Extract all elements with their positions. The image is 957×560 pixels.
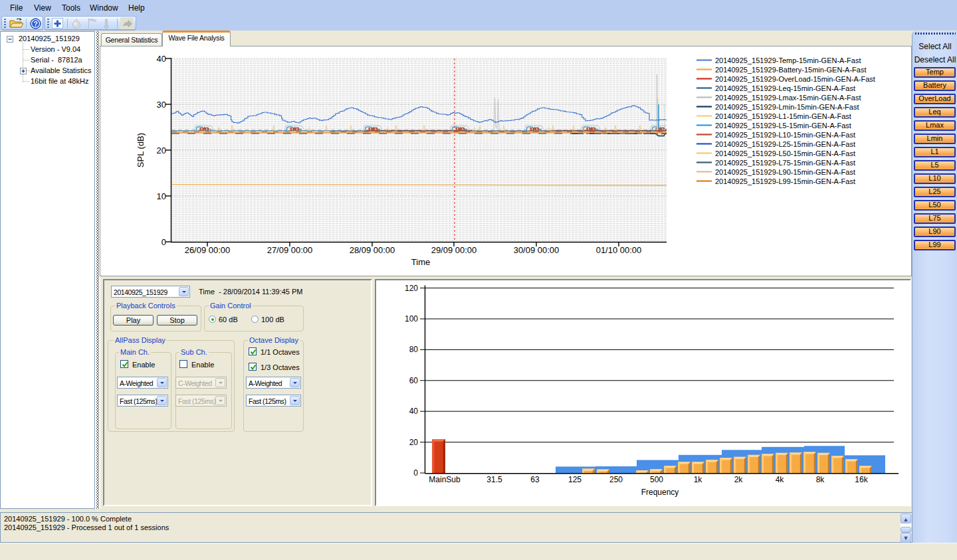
svg-text:?: ? [33, 21, 37, 28]
